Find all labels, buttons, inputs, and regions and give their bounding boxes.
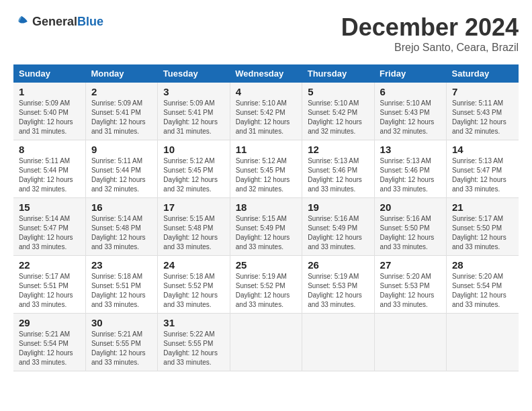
header-sunday: Sunday <box>13 64 85 83</box>
day-cell-12: 12 Sunrise: 5:13 AMSunset: 5:46 PMDaylig… <box>302 140 374 198</box>
logo-icon <box>13 13 30 30</box>
header-thursday: Thursday <box>302 64 374 83</box>
header-saturday: Saturday <box>447 64 519 83</box>
day-cell-9: 9 Sunrise: 5:11 AMSunset: 5:44 PMDayligh… <box>85 140 157 198</box>
day-cell-3: 3 Sunrise: 5:09 AMSunset: 5:41 PMDayligh… <box>158 83 230 140</box>
day-cell-27: 27 Sunrise: 5:20 AMSunset: 5:53 PMDaylig… <box>374 256 446 314</box>
calendar-subtitle: Brejo Santo, Ceara, Brazil <box>341 42 519 54</box>
day-cell-11: 11 Sunrise: 5:12 AMSunset: 5:45 PMDaylig… <box>230 140 302 198</box>
day-cell-8: 8 Sunrise: 5:11 AMSunset: 5:44 PMDayligh… <box>13 140 85 198</box>
day-cell-16: 16 Sunrise: 5:14 AMSunset: 5:48 PMDaylig… <box>85 198 157 256</box>
week-row-3: 15 Sunrise: 5:14 AMSunset: 5:47 PMDaylig… <box>13 198 519 256</box>
day-cell-1: 1 Sunrise: 5:09 AMSunset: 5:40 PMDayligh… <box>13 83 85 140</box>
day-cell-28: 28 Sunrise: 5:20 AMSunset: 5:54 PMDaylig… <box>447 256 519 314</box>
day-cell-19: 19 Sunrise: 5:16 AMSunset: 5:49 PMDaylig… <box>302 198 374 256</box>
header-monday: Monday <box>85 64 157 83</box>
day-cell-4: 4 Sunrise: 5:10 AMSunset: 5:42 PMDayligh… <box>230 83 302 140</box>
logo-text: GeneralBlue <box>32 15 103 29</box>
logo: GeneralBlue <box>13 13 103 30</box>
header-tuesday: Tuesday <box>158 64 230 83</box>
logo-blue: Blue <box>77 15 103 28</box>
day-cell-26: 26 Sunrise: 5:19 AMSunset: 5:53 PMDaylig… <box>302 256 374 314</box>
calendar-table: Sunday Monday Tuesday Wednesday Thursday… <box>13 64 519 371</box>
week-row-1: 1 Sunrise: 5:09 AMSunset: 5:40 PMDayligh… <box>13 83 519 140</box>
day-cell-17: 17 Sunrise: 5:15 AMSunset: 5:48 PMDaylig… <box>158 198 230 256</box>
day-cell-14: 14 Sunrise: 5:13 AMSunset: 5:47 PMDaylig… <box>447 140 519 198</box>
header-wednesday: Wednesday <box>230 64 302 83</box>
day-cell-18: 18 Sunrise: 5:15 AMSunset: 5:49 PMDaylig… <box>230 198 302 256</box>
week-row-2: 8 Sunrise: 5:11 AMSunset: 5:44 PMDayligh… <box>13 140 519 198</box>
day-cell-31: 31 Sunrise: 5:22 AMSunset: 5:55 PMDaylig… <box>158 314 230 371</box>
title-section: December 2024 Brejo Santo, Ceara, Brazil <box>341 13 519 54</box>
empty-cell-4 <box>447 314 519 371</box>
page-header: GeneralBlue December 2024 Brejo Santo, C… <box>13 13 519 54</box>
day-cell-25: 25 Sunrise: 5:19 AMSunset: 5:52 PMDaylig… <box>230 256 302 314</box>
day-cell-2: 2 Sunrise: 5:09 AMSunset: 5:41 PMDayligh… <box>85 83 157 140</box>
week-row-4: 22 Sunrise: 5:17 AMSunset: 5:51 PMDaylig… <box>13 256 519 314</box>
day-cell-22: 22 Sunrise: 5:17 AMSunset: 5:51 PMDaylig… <box>13 256 85 314</box>
day-cell-7: 7 Sunrise: 5:11 AMSunset: 5:43 PMDayligh… <box>447 83 519 140</box>
week-row-5: 29 Sunrise: 5:21 AMSunset: 5:54 PMDaylig… <box>13 314 519 371</box>
day-cell-15: 15 Sunrise: 5:14 AMSunset: 5:47 PMDaylig… <box>13 198 85 256</box>
day-cell-21: 21 Sunrise: 5:17 AMSunset: 5:50 PMDaylig… <box>447 198 519 256</box>
day-cell-29: 29 Sunrise: 5:21 AMSunset: 5:54 PMDaylig… <box>13 314 85 371</box>
day-cell-10: 10 Sunrise: 5:12 AMSunset: 5:45 PMDaylig… <box>158 140 230 198</box>
day-cell-13: 13 Sunrise: 5:13 AMSunset: 5:46 PMDaylig… <box>374 140 446 198</box>
header-friday: Friday <box>374 64 446 83</box>
day-cell-20: 20 Sunrise: 5:16 AMSunset: 5:50 PMDaylig… <box>374 198 446 256</box>
calendar-title: December 2024 <box>341 13 519 42</box>
day-cell-23: 23 Sunrise: 5:18 AMSunset: 5:51 PMDaylig… <box>85 256 157 314</box>
day-cell-5: 5 Sunrise: 5:10 AMSunset: 5:42 PMDayligh… <box>302 83 374 140</box>
logo-general: General <box>32 15 77 28</box>
empty-cell-3 <box>374 314 446 371</box>
day-cell-24: 24 Sunrise: 5:18 AMSunset: 5:52 PMDaylig… <box>158 256 230 314</box>
empty-cell-1 <box>230 314 302 371</box>
day-cell-30: 30 Sunrise: 5:21 AMSunset: 5:55 PMDaylig… <box>85 314 157 371</box>
weekday-header-row: Sunday Monday Tuesday Wednesday Thursday… <box>13 64 519 83</box>
empty-cell-2 <box>302 314 374 371</box>
day-cell-6: 6 Sunrise: 5:10 AMSunset: 5:43 PMDayligh… <box>374 83 446 140</box>
